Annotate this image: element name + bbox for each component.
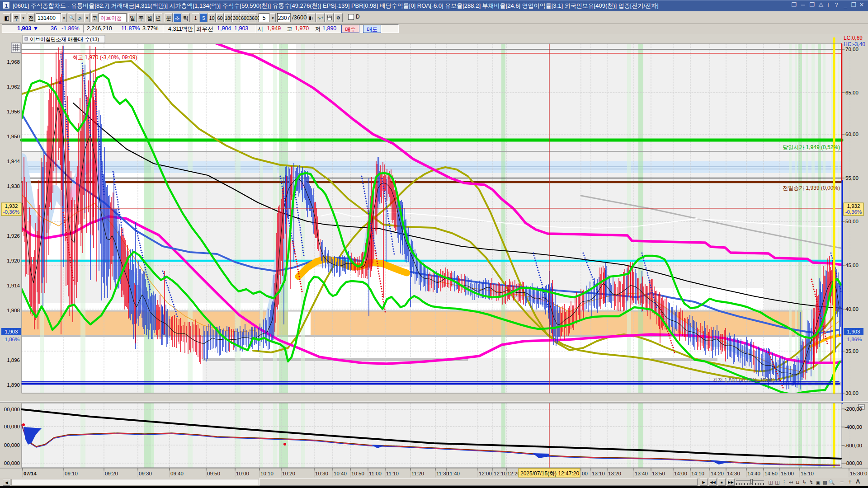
svg-text:1,903: 1,903: [5, 329, 18, 334]
svg-text:-1,86%: -1,86%: [3, 337, 19, 342]
svg-text:13:10: 13:10: [592, 471, 605, 476]
svg-text:00: 00: [582, 471, 588, 476]
svg-text:1,920: 1,920: [7, 258, 20, 263]
svg-text:-800,00: -800,00: [844, 460, 862, 466]
svg-text:60,00: 60,00: [845, 131, 859, 137]
svg-text:45,00: 45,00: [845, 263, 859, 268]
svg-text:1,968: 1,968: [7, 59, 20, 65]
svg-text:09:10: 09:10: [65, 471, 78, 476]
svg-text:1,938: 1,938: [7, 183, 20, 189]
svg-text:07/14: 07/14: [24, 471, 37, 476]
svg-text:00,000: 00,000: [4, 407, 20, 412]
svg-text:-600,00: -600,00: [844, 443, 862, 448]
svg-text:14:20: 14:20: [711, 471, 724, 476]
svg-text:40,00: 40,00: [845, 306, 859, 312]
svg-text:당일시가 1,949 (0,52%): 당일시가 1,949 (0,52%): [783, 144, 840, 150]
svg-text:12:20: 12:20: [507, 471, 520, 476]
svg-text:09:20: 09:20: [105, 471, 118, 476]
svg-text:1,896: 1,896: [7, 357, 20, 363]
svg-text:11:00: 11:00: [369, 471, 382, 476]
svg-text:15:10: 15:10: [801, 471, 814, 476]
svg-text:1,956: 1,956: [7, 109, 20, 114]
svg-text:13:40: 13:40: [635, 471, 648, 476]
svg-text:09:50: 09:50: [207, 471, 220, 476]
svg-text:-400,00: -400,00: [844, 424, 862, 430]
svg-text:14:50: 14:50: [764, 471, 778, 476]
svg-text:10:50: 10:50: [351, 471, 364, 476]
svg-text:09:40: 09:40: [170, 471, 184, 476]
svg-text:10:20: 10:20: [282, 471, 295, 476]
svg-text:14:00: 14:00: [674, 471, 687, 476]
svg-text:1,926: 1,926: [7, 233, 20, 239]
svg-text:14:10: 14:10: [691, 471, 704, 476]
svg-text:15:30:0: 15:30:0: [850, 471, 867, 476]
svg-text:-0,36%: -0,36%: [3, 209, 19, 215]
svg-text:1,908: 1,908: [7, 308, 20, 313]
svg-text:1,962: 1,962: [7, 84, 20, 89]
svg-text:1,903: 1,903: [847, 329, 860, 334]
svg-text:13:50: 13:50: [652, 471, 665, 476]
svg-text:11:10: 11:10: [386, 471, 399, 476]
svg-text:10:40: 10:40: [334, 471, 347, 476]
svg-text:12:00: 12:00: [479, 471, 492, 476]
svg-text:1,914: 1,914: [7, 283, 20, 288]
svg-text:최저 1,890 (-0,69%, 15:01): 최저 1,890 (-0,69%, 15:01): [712, 377, 775, 383]
svg-text:이브이첨단소재 매물대 수(13): 이브이첨단소재 매물대 수(13): [30, 37, 99, 42]
svg-text:-1,86%: -1,86%: [845, 337, 862, 342]
svg-text:15:00: 15:00: [781, 471, 794, 476]
svg-text:HC:-3,40: HC:-3,40: [844, 41, 865, 47]
svg-text:10:00: 10:00: [236, 471, 249, 476]
svg-text:00,000: 00,000: [4, 460, 20, 466]
svg-text:11:40: 11:40: [447, 471, 460, 476]
svg-text:00,000: 00,000: [4, 424, 20, 429]
svg-text:-200,00: -200,00: [844, 406, 862, 412]
svg-text:09:30: 09:30: [139, 471, 152, 476]
svg-text:1,932: 1,932: [847, 203, 860, 209]
svg-text:최고 1,970 (-3,40%, 09:09): 최고 1,970 (-3,40%, 09:09): [72, 54, 137, 61]
svg-text:30,00: 30,00: [845, 390, 859, 396]
svg-text:전일종가 1,939 (0,00%): 전일종가 1,939 (0,00%): [783, 185, 840, 191]
svg-text:50,00: 50,00: [845, 219, 859, 224]
svg-text:14:40: 14:40: [747, 471, 760, 476]
svg-text:1,944: 1,944: [7, 159, 20, 164]
svg-text:2025/07/15(화) 12:47:20: 2025/07/15(화) 12:47:20: [520, 470, 579, 477]
svg-text:1,950: 1,950: [7, 134, 20, 139]
svg-text:10:30: 10:30: [315, 471, 328, 476]
svg-text:55,00: 55,00: [845, 175, 859, 181]
svg-text:10:10: 10:10: [260, 471, 274, 476]
svg-text:LC:0,69: LC:0,69: [844, 35, 863, 41]
svg-text:1,932: 1,932: [5, 203, 18, 209]
svg-text:12:10: 12:10: [494, 471, 507, 476]
svg-text:35,00: 35,00: [845, 348, 859, 354]
svg-text:00,000: 00,000: [4, 442, 20, 448]
svg-text:65,00: 65,00: [845, 90, 859, 95]
svg-text:14:30: 14:30: [727, 471, 740, 476]
svg-text:11:20: 11:20: [411, 471, 424, 476]
svg-text:1,890: 1,890: [7, 382, 20, 388]
svg-text:-0,36%: -0,36%: [845, 209, 862, 215]
svg-text:13:20: 13:20: [608, 471, 621, 476]
